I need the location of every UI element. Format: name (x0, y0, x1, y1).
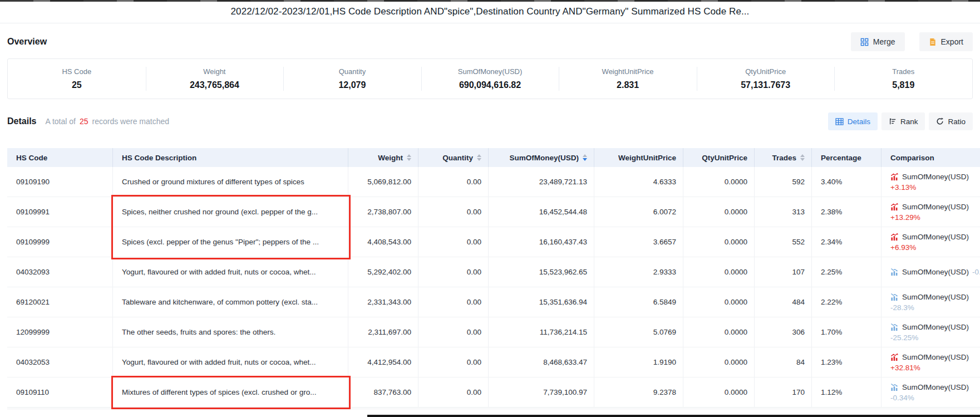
column-label: HS Code (16, 154, 47, 162)
overview-heading: Overview (7, 37, 47, 47)
details-table-icon (835, 118, 844, 125)
cell-trades: 484 (755, 287, 812, 317)
details-heading: Details (7, 116, 36, 126)
cell-quantity: 0.00 (418, 197, 489, 227)
cell-weight: 4,408,543.00 (348, 227, 418, 257)
overview-stat: Weight 243,765,864 (146, 59, 284, 99)
stat-value: 5,819 (892, 80, 914, 90)
cell-trades: 552 (755, 227, 812, 257)
cell-percentage: 1.70% (812, 317, 881, 347)
bottom-edge-strip (367, 415, 980, 417)
sort-control[interactable] (477, 154, 481, 161)
merge-button[interactable]: Merge (851, 32, 905, 51)
table-row[interactable]: 09109190Crushed or ground mixtures of di… (7, 167, 980, 197)
comparison-change: -28.3% (890, 303, 969, 312)
export-button[interactable]: Export (919, 32, 973, 51)
cell-quantity: 0.00 (418, 287, 489, 317)
cell-weight_unit_price: 4.6333 (594, 167, 683, 197)
page-title: 2022/12/02-2023/12/01,HS Code Descriptio… (231, 6, 750, 17)
column-header-quantity[interactable]: Quantity (418, 148, 489, 167)
comparison-change: +3.13% (890, 183, 969, 192)
summary-suffix: records were matched (92, 117, 170, 126)
comparison-change: +13.29% (890, 213, 969, 222)
tab-ratio[interactable]: Ratio (929, 112, 973, 130)
cell-quantity: 0.00 (418, 167, 489, 197)
stat-label: Weight (203, 67, 225, 76)
cell-hs_code: 69120021 (7, 287, 113, 317)
stat-label: QtyUnitPrice (745, 67, 786, 76)
table-row[interactable]: 04032093Yogurt, flavoured or with added … (7, 257, 980, 287)
cell-weight: 5,292,402.00 (348, 257, 418, 287)
cell-hs_code: 04032093 (7, 257, 113, 287)
table-row[interactable]: 12099999The other seeds, fruits and spor… (7, 317, 980, 347)
cell-trades: 170 (755, 377, 812, 407)
cell-description: Spices, neither crushed nor ground (excl… (113, 197, 348, 227)
comparison-metric: SumOfMoney(USD) (902, 268, 969, 276)
cell-weight_unit_price: 3.6657 (594, 227, 683, 257)
cell-comparison: SumOfMoney(USD)+3.13% (881, 167, 980, 197)
sort-control[interactable] (407, 154, 411, 161)
column-label: SumOfMoney(USD) (510, 154, 579, 162)
column-label: HS Code Description (122, 154, 196, 162)
overview-stat: Quantity 12,079 (283, 59, 421, 99)
column-header-qty_unit_price: QtyUnitPrice (683, 148, 755, 167)
sort-control[interactable] (800, 154, 805, 161)
column-header-weight[interactable]: Weight (348, 148, 418, 167)
cell-weight: 2,331,343.00 (348, 287, 418, 317)
comparison-metric: SumOfMoney(USD) (902, 353, 969, 361)
overview-stat: WeightUnitPrice 2.831 (559, 59, 697, 99)
cell-hs_code: 04032053 (7, 347, 113, 377)
summary-prefix: A total of (45, 117, 75, 126)
cell-description: Crushed or ground mixtures of different … (113, 167, 348, 197)
cell-sum_of_money: 16,160,437.43 (489, 227, 594, 257)
stat-value: 243,765,864 (190, 80, 239, 90)
comparison-change: +6.93% (890, 243, 969, 252)
table-row[interactable]: 04032053Yogurt, flavoured or with added … (7, 347, 980, 377)
chart-up-icon (890, 173, 899, 181)
column-header-comparison: Comparison (881, 148, 980, 167)
chart-down-icon (890, 268, 899, 276)
cell-hs_code: 12099999 (7, 317, 113, 347)
column-header-trades[interactable]: Trades (755, 148, 812, 167)
column-header-sum_of_money_usd[interactable]: SumOfMoney(USD) (489, 148, 594, 167)
table-row[interactable]: 09109110Mixtures of different types of s… (7, 377, 980, 408)
column-label: Percentage (821, 154, 861, 162)
comparison-metric: SumOfMoney(USD) (902, 173, 969, 181)
cell-percentage: 3.40% (812, 167, 881, 197)
cell-quantity: 0.00 (418, 317, 489, 347)
comparison-change: -0. (972, 268, 980, 276)
tab-details[interactable]: Details (828, 112, 878, 130)
table-row[interactable]: 09109991Spices, neither crushed nor grou… (7, 197, 980, 227)
overview-stat: SumOfMoney(USD) 690,094,616.82 (421, 59, 559, 99)
cell-hs_code: 09109991 (7, 197, 113, 227)
tab-rank[interactable]: Rank (881, 112, 925, 130)
chart-down-icon (890, 323, 899, 331)
stat-label: Quantity (339, 67, 366, 76)
cell-weight: 2,738,807.00 (348, 197, 418, 227)
stat-value: 690,094,616.82 (459, 80, 521, 90)
top-edge-strip (0, 0, 980, 2)
cell-percentage: 2.25% (812, 257, 881, 287)
cell-hs_code: 09109999 (7, 227, 113, 257)
cell-sum_of_money: 7,739,100.97 (489, 377, 594, 407)
column-label: Trades (772, 154, 796, 162)
cell-percentage: 1.12% (812, 377, 881, 407)
cell-description: Mixtures of different types of spices (e… (113, 377, 348, 407)
cell-weight_unit_price: 6.0072 (594, 197, 683, 227)
cell-sum_of_money: 15,351,636.94 (489, 287, 594, 317)
cell-weight: 4,412,954.00 (348, 347, 418, 377)
cell-quantity: 0.00 (418, 347, 489, 377)
sort-control[interactable] (583, 154, 587, 161)
table-row[interactable]: 09109999Spices (excl. pepper of the genu… (7, 227, 980, 257)
tab-details-label: Details (848, 117, 870, 126)
table-row[interactable]: 69120021Tableware and kitchenware, of co… (7, 287, 980, 317)
cell-sum_of_money: 16,452,544.48 (489, 197, 594, 227)
cell-weight_unit_price: 1.9190 (594, 347, 683, 377)
records-summary: A total of25records were matched (45, 117, 169, 126)
overview-stats: HS Code 25 Weight 243,765,864 Quantity 1… (8, 59, 972, 99)
stat-value: 12,079 (338, 80, 366, 90)
cell-qty_unit_price: 0.0000 (683, 257, 755, 287)
chart-down-icon (890, 293, 899, 301)
column-label: QtyUnitPrice (702, 154, 747, 162)
cell-weight_unit_price: 2.9333 (594, 257, 683, 287)
